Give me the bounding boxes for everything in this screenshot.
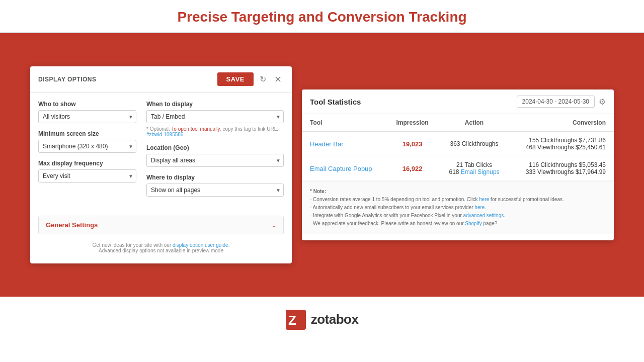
location-geo-label: Location (Geo) (146, 144, 284, 151)
where-to-display-select[interactable]: Show on all pages (146, 184, 284, 197)
svg-text:Z: Z (288, 313, 296, 328)
when-to-display-select[interactable]: Tab / Embed (146, 110, 284, 123)
stats-date-range: 2024-04-30 - 2024-05-30 ⚙ (517, 96, 606, 108)
action-line2: 618 Email Signups (446, 168, 502, 175)
min-screen-size-label: Minimum screen size (38, 130, 136, 137)
header-bar-link[interactable]: Header Bar (310, 140, 343, 148)
right-column: When to display Tab / Embed ▼ * Optional… (146, 101, 284, 204)
stats-header: Tool Statistics 2024-04-30 - 2024-05-30 … (302, 89, 614, 114)
stats-table: Tool Impression Action Conversion Header… (302, 114, 614, 181)
conversion-line1: 116 Clickthroughs $5,053.45 (518, 161, 606, 168)
where-to-display-label: Where to display (146, 174, 284, 181)
tool-name-cell: Header Bar (302, 132, 386, 156)
when-to-display-label: When to display (146, 101, 284, 108)
impression-cell: 19,023 (386, 132, 439, 156)
tool-name-cell: Email Capture Popup (302, 156, 386, 181)
note-prefix: * Note: (310, 189, 326, 194)
stats-panel: Tool Statistics 2024-04-30 - 2024-05-30 … (302, 89, 614, 240)
action-line1: 21 Tab Clicks (446, 161, 502, 168)
open-tool-manually-link[interactable]: To open tool manually (171, 126, 220, 132)
max-display-freq-label: Max display frequency (38, 160, 136, 167)
email-capture-popup-link[interactable]: Email Capture Popup (310, 165, 372, 172)
when-to-display-select-wrapper: Tab / Embed ▼ (146, 110, 284, 123)
col-tool: Tool (302, 114, 386, 132)
max-display-freq-group: Max display frequency Every visit ▼ (38, 160, 136, 183)
stats-title: Tool Statistics (310, 98, 361, 106)
conversion-cell: 116 Clickthroughs $5,053.45 333 Viewthro… (510, 156, 614, 181)
conversion-line1: 155 Clickthroughs $7,731.86 (518, 137, 606, 144)
panel-header: DISPLAY OPTIONS SAVE ↻ ✕ (30, 66, 292, 93)
who-to-show-group: Who to show All visitors ▼ (38, 101, 136, 123)
page-header: Precise Targeting and Conversion Trackin… (0, 0, 644, 33)
action-line1: 363 Clickthroughs (446, 140, 502, 147)
table-row: Email Capture Popup 16,922 21 Tab Clicks… (302, 156, 614, 181)
zotabox-logo: Z zotabox (286, 310, 359, 330)
min-screen-size-select-wrapper: Smartphone (320 x 480) ▼ (38, 140, 136, 153)
conversion-line2: 468 Viewthroughs $25,450.61 (518, 144, 606, 151)
promotional-ideas-link[interactable]: here (479, 197, 489, 202)
display-options-panel: DISPLAY OPTIONS SAVE ↻ ✕ Who to show All… (30, 66, 292, 263)
chevron-down-icon: ⌄ (271, 222, 276, 229)
where-to-display-group: Where to display Show on all pages ▼ (146, 174, 284, 197)
panel-footer: Get new ideas for your site with our dis… (30, 242, 292, 253)
save-button[interactable]: SAVE (217, 72, 254, 86)
table-header-row: Tool Impression Action Conversion (302, 114, 614, 132)
general-settings-section: General Settings ⌄ (38, 216, 284, 234)
col-action: Action (438, 114, 510, 132)
who-to-show-select[interactable]: All visitors (38, 110, 136, 123)
settings-gear-button[interactable]: ⚙ (599, 97, 606, 107)
left-column: Who to show All visitors ▼ Minimum scree… (38, 101, 136, 204)
min-screen-size-select[interactable]: Smartphone (320 x 480) (38, 140, 136, 153)
general-settings-header[interactable]: General Settings ⌄ (39, 216, 283, 234)
footer-note: Advanced display options not available i… (38, 248, 284, 253)
panel-header-actions: SAVE ↻ ✕ (217, 72, 284, 86)
zbwid-link[interactable]: #zbwid-1095586 (146, 132, 183, 137)
action-cell: 21 Tab Clicks 618 Email Signups (438, 156, 510, 181)
panel-title: DISPLAY OPTIONS (38, 76, 97, 83)
max-display-freq-select-wrapper: Every visit ▼ (38, 169, 136, 183)
impression-value: 19,023 (403, 140, 423, 148)
close-button[interactable]: ✕ (272, 73, 284, 86)
conversion-line2: 333 Viewthroughs $17,964.99 (518, 168, 606, 175)
brand-name: zotabox (311, 312, 359, 327)
impression-value: 16,922 (403, 165, 423, 172)
shopify-review-link[interactable]: Shopify (465, 221, 481, 226)
impression-cell: 16,922 (386, 156, 439, 181)
who-to-show-label: Who to show (38, 101, 136, 108)
when-to-display-group: When to display Tab / Embed ▼ * Optional… (146, 101, 284, 137)
note-text: * Note: - Conversion rates average 1 to … (310, 188, 606, 228)
table-row: Header Bar 19,023 363 Clickthroughs 155 … (302, 132, 614, 156)
refresh-button[interactable]: ↻ (258, 73, 268, 85)
action-cell: 363 Clickthroughs (438, 132, 510, 156)
panel-body: Who to show All visitors ▼ Minimum scree… (30, 93, 292, 212)
conversion-cell: 155 Clickthroughs $7,731.86 468 Viewthro… (510, 132, 614, 156)
footer-text-static: Get new ideas for your site with our (93, 242, 172, 248)
general-settings-label: General Settings (46, 221, 98, 229)
stats-note: * Note: - Conversion rates average 1 to … (302, 181, 614, 234)
footer-help-text: Get new ideas for your site with our dis… (38, 242, 284, 248)
zotabox-icon: Z (286, 310, 306, 330)
display-option-user-guide-link[interactable]: display option user guide. (173, 242, 229, 248)
advanced-settings-link[interactable]: advanced settings (463, 213, 504, 218)
location-geo-group: Location (Geo) Display all areas ▼ (146, 144, 284, 167)
location-geo-select-wrapper: Display all areas ▼ (146, 154, 284, 167)
who-to-show-select-wrapper: All visitors ▼ (38, 110, 136, 123)
max-display-freq-select[interactable]: Every visit (38, 169, 136, 183)
email-signups-link[interactable]: Email Signups (461, 168, 500, 175)
optional-note: * Optional: To open tool manually, copy … (146, 126, 284, 137)
min-screen-size-group: Minimum screen size Smartphone (320 x 48… (38, 130, 136, 153)
location-geo-select[interactable]: Display all areas (146, 154, 284, 167)
col-impression: Impression (386, 114, 439, 132)
page-title: Precise Targeting and Conversion Trackin… (0, 9, 644, 25)
main-area: DISPLAY OPTIONS SAVE ↻ ✕ Who to show All… (0, 33, 644, 297)
page-footer: Z zotabox (0, 297, 644, 342)
col-conversion: Conversion (510, 114, 614, 132)
date-range-box[interactable]: 2024-04-30 - 2024-05-30 (517, 96, 595, 108)
email-provider-link[interactable]: here (474, 205, 485, 210)
where-to-display-select-wrapper: Show on all pages ▼ (146, 184, 284, 197)
